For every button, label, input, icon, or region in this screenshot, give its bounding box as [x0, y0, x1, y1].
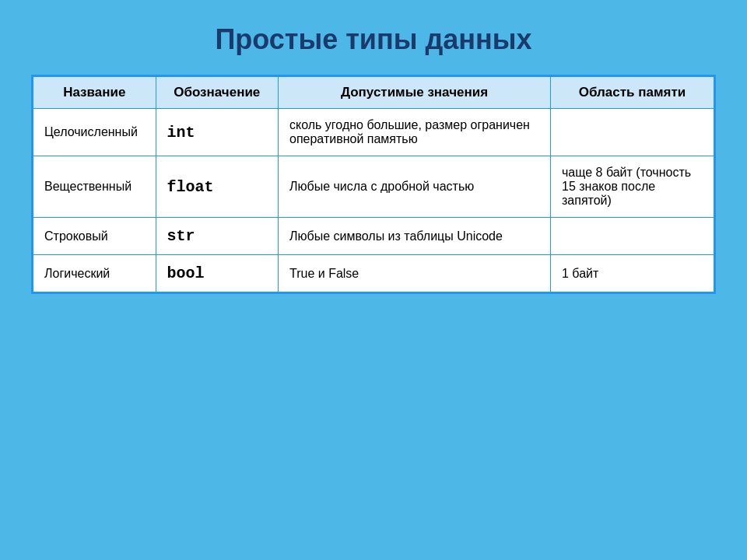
header-memory: Область памяти — [551, 77, 714, 109]
table-row: ЛогическийboolTrue и False1 байт — [33, 255, 714, 292]
cell-values: Любые числа с дробной частью — [279, 156, 551, 218]
type-keyword: int — [167, 124, 195, 142]
table-header-row: Название Обозначение Допустимые значения… — [33, 77, 714, 109]
type-keyword: bool — [167, 264, 205, 282]
header-values: Допустимые значения — [279, 77, 551, 109]
cell-values: сколь угодно большие, размер ограничен о… — [279, 109, 551, 156]
cell-notation: str — [156, 218, 279, 255]
cell-name: Логический — [33, 255, 156, 292]
type-keyword: float — [167, 178, 214, 196]
cell-memory — [551, 218, 714, 255]
cell-notation: float — [156, 156, 279, 218]
header-notation: Обозначение — [156, 77, 279, 109]
table-row: СтроковыйstrЛюбые символы из таблицы Uni… — [33, 218, 714, 255]
type-keyword: str — [167, 227, 195, 245]
cell-name: Целочисленный — [33, 109, 156, 156]
header-name: Название — [33, 77, 156, 109]
cell-name: Вещественный — [33, 156, 156, 218]
cell-memory — [551, 109, 714, 156]
cell-memory: чаще 8 байт (точность 15 знаков после за… — [551, 156, 714, 218]
cell-notation: int — [156, 109, 279, 156]
page-title: Простые типы данных — [31, 23, 716, 56]
page-container: Простые типы данных Название Обозначение… — [31, 23, 716, 294]
table-wrapper: Название Обозначение Допустимые значения… — [31, 75, 716, 294]
cell-values: Любые символы из таблицы Unicode — [279, 218, 551, 255]
cell-notation: bool — [156, 255, 279, 292]
data-types-table: Название Обозначение Допустимые значения… — [33, 76, 714, 292]
table-row: ВещественныйfloatЛюбые числа с дробной ч… — [33, 156, 714, 218]
cell-name: Строковый — [33, 218, 156, 255]
cell-memory: 1 байт — [551, 255, 714, 292]
table-row: Целочисленныйintсколь угодно большие, ра… — [33, 109, 714, 156]
cell-values: True и False — [279, 255, 551, 292]
